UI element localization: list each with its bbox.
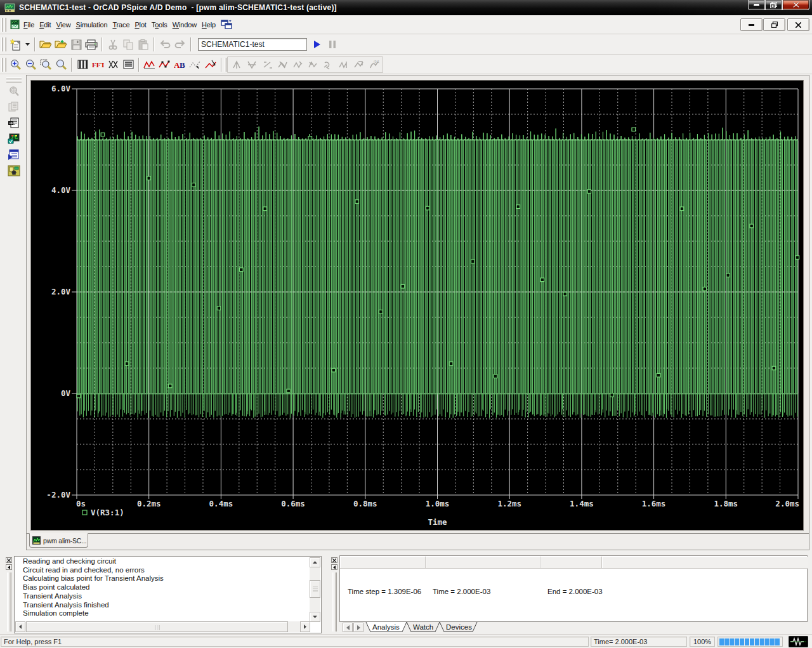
progress-block	[735, 638, 739, 645]
zoom-out-button[interactable]	[23, 58, 37, 72]
trace-marker	[632, 128, 636, 131]
plot-tab-strip: pwm alim-SC...	[27, 533, 809, 550]
document-icon[interactable]	[10, 20, 20, 29]
status-bar: For Help, press F1 Time= 2.000E-03 100%	[0, 634, 812, 648]
mdi-restore-button[interactable]	[763, 18, 785, 31]
progress-block	[765, 638, 769, 645]
output-hscrollbar[interactable]	[15, 621, 310, 632]
mark-data-points-button[interactable]	[158, 58, 172, 72]
status-drag-grip[interactable]	[332, 572, 337, 631]
simulation-toolbar-vertical	[4, 76, 24, 185]
status-tab-strip: AnalysisWatchDevices	[339, 622, 808, 633]
plot-tab[interactable]: pwm alim-SC...	[29, 533, 88, 548]
mdi-minimize-button[interactable]	[740, 18, 763, 31]
simulation-profile-combobox[interactable]: SCHEMATIC1-test	[198, 38, 307, 51]
cursor-next-transition-button	[336, 58, 350, 72]
menu-view[interactable]: View	[54, 18, 74, 31]
hscroll-thumb[interactable]	[26, 621, 288, 632]
scroll-right-button[interactable]	[300, 621, 310, 632]
tab-devices[interactable]: Devices	[440, 622, 477, 632]
output-expand-button[interactable]	[6, 564, 12, 570]
view-simulation-queue-button[interactable]	[6, 147, 22, 162]
simulation-settings-button[interactable]	[6, 163, 22, 178]
waveform-plot: 6.0V4.0V2.0V0V-2.0V0s0.2ms0.4ms0.6ms0.8m…	[31, 81, 803, 530]
plot-area[interactable]: 6.0V4.0V2.0V0V-2.0V0s0.2ms0.4ms0.6ms0.8m…	[30, 80, 804, 531]
run-button[interactable]	[310, 37, 324, 51]
add-trace-button[interactable]	[143, 58, 157, 72]
mark-label-button[interactable]	[204, 58, 218, 72]
save-button[interactable]	[69, 37, 83, 51]
zoom-area-button[interactable]	[39, 58, 53, 72]
undo-button	[158, 37, 172, 51]
open-file-button[interactable]	[54, 37, 68, 51]
output-vscrollbar[interactable]	[310, 557, 320, 622]
toolbar-cursor-grip[interactable]	[225, 58, 226, 72]
statusbar-percent: 100%	[690, 637, 715, 647]
tabs-scroll-right-button[interactable]	[353, 623, 363, 632]
zoom-in-button[interactable]	[8, 58, 22, 72]
trace-marker	[125, 362, 129, 366]
mdi-close-button[interactable]	[787, 18, 809, 31]
trace-marker	[726, 274, 730, 277]
toolbar1-grip[interactable]	[1, 37, 6, 51]
scroll-up-button[interactable]	[310, 557, 320, 567]
output-message-list[interactable]: Reading and checking circuitCircuit read…	[15, 557, 310, 622]
output-message: Transient Analysis finished	[15, 601, 310, 610]
tab-watch[interactable]: Watch	[407, 622, 440, 632]
progress-block	[750, 638, 754, 645]
ab-cursor-button[interactable]: A B	[173, 58, 187, 72]
unsync-axis-button[interactable]	[106, 58, 120, 72]
cursor-trace-button[interactable]	[188, 58, 202, 72]
menubar-grip[interactable]	[1, 18, 6, 32]
toggle-cursor-button	[230, 58, 244, 72]
zoom-fit-button[interactable]	[54, 58, 68, 72]
output-message: Calculating bias point for Transient Ana…	[15, 574, 310, 583]
menu-tools[interactable]: Tools	[149, 18, 170, 31]
open-simulation-button[interactable]	[39, 37, 53, 51]
status-time-step: Time step = 1.309E-06	[348, 588, 421, 595]
left-toolbar-grip2[interactable]	[6, 81, 22, 83]
status-expand-button[interactable]	[331, 564, 337, 570]
plot-columns-button[interactable]	[75, 58, 89, 72]
window-manager-icon[interactable]	[221, 20, 232, 29]
menu-edit[interactable]: Edit	[37, 18, 53, 31]
menu-plot[interactable]: Plot	[132, 18, 148, 31]
scroll-down-button[interactable]	[310, 612, 320, 622]
menu-simulation[interactable]: Simulation	[74, 18, 110, 31]
progress-block	[755, 638, 759, 645]
x-tick-label: 1.4ms	[570, 499, 594, 508]
left-toolbar-grip[interactable]	[6, 77, 22, 79]
status-close-button[interactable]	[331, 557, 337, 563]
restore-button[interactable]	[765, 0, 782, 10]
output-close-button[interactable]	[6, 557, 12, 563]
trace-marker	[401, 284, 405, 288]
status-header-cell	[426, 557, 540, 569]
scroll-left-button[interactable]	[15, 621, 25, 632]
statusbar-time: Time= 2.000E-03	[591, 637, 687, 647]
x-tick-label: 0.8ms	[353, 499, 377, 508]
caption-buttons	[748, 0, 809, 10]
menu-trace[interactable]: Trace	[110, 18, 132, 31]
print-button[interactable]	[84, 37, 98, 51]
toolbar2-grip[interactable]	[1, 58, 6, 72]
menu-help[interactable]: Help	[199, 18, 218, 31]
legend-marker	[82, 510, 87, 515]
tabs-scroll-left-button[interactable]	[343, 623, 353, 632]
output-drag-grip[interactable]	[7, 572, 11, 631]
fft-button[interactable]: FFT	[91, 58, 105, 72]
menu-file[interactable]: File	[21, 18, 37, 31]
view-data-file-button	[6, 100, 22, 115]
tab-analysis[interactable]: Analysis	[366, 622, 407, 632]
mdi-window-buttons	[740, 18, 809, 31]
edit-simulation-profile-button[interactable]	[121, 58, 135, 72]
view-output-file-button[interactable]	[6, 116, 22, 131]
close-button[interactable]	[782, 0, 809, 10]
minimize-button[interactable]	[748, 0, 765, 10]
menu-bar: FileEditViewSimulationTracePlotToolsWind…	[0, 15, 812, 34]
new-simulation-button[interactable]	[8, 37, 22, 51]
view-circuit-button[interactable]	[6, 131, 22, 147]
new-dropdown-arrow[interactable]	[23, 37, 32, 51]
menu-window[interactable]: Window	[170, 18, 199, 31]
title-bar: SCHEMATIC1-test - OrCAD PSpice A/D Demo …	[0, 0, 812, 15]
vscroll-thumb[interactable]	[310, 580, 320, 598]
